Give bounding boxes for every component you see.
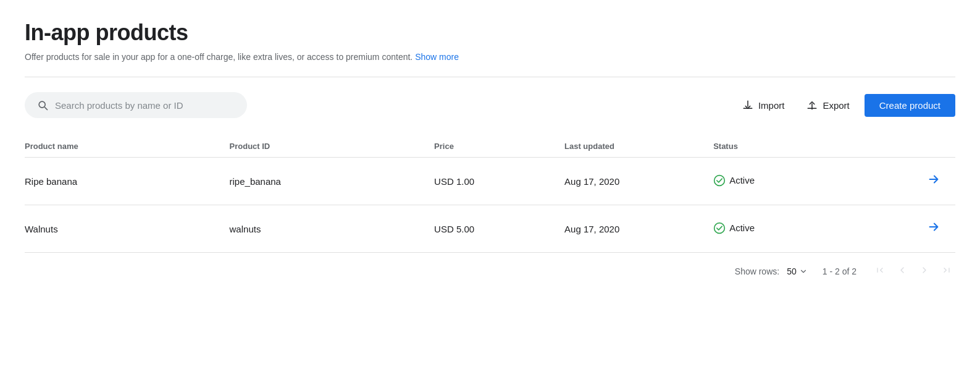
next-page-button[interactable] (916, 263, 933, 279)
product-name: Ripe banana (25, 158, 230, 205)
product-updated: Aug 17, 2020 (564, 205, 713, 253)
product-status: Active (713, 158, 881, 205)
search-box[interactable] (25, 92, 247, 118)
col-header-status: Status (713, 135, 881, 158)
col-header-price: Price (434, 135, 564, 158)
rows-per-page-select[interactable]: 50 (787, 266, 808, 276)
page-subtitle: Offer products for sale in your app for … (25, 52, 955, 62)
product-name: Walnuts (25, 205, 230, 253)
first-page-button[interactable] (871, 263, 889, 279)
col-header-updated: Last updated (564, 135, 713, 158)
chevron-right-icon (919, 265, 929, 275)
page-container: In-app products Offer products for sale … (0, 0, 980, 294)
prev-page-button[interactable] (894, 263, 911, 279)
products-table: Product name Product ID Price Last updat… (25, 135, 955, 253)
search-icon (36, 99, 49, 111)
product-status: Active (713, 205, 881, 253)
export-button[interactable]: Export (799, 95, 856, 116)
product-updated: Aug 17, 2020 (564, 158, 713, 205)
arrow-right-icon (927, 172, 940, 186)
product-price: USD 5.00 (434, 205, 564, 253)
product-id: ripe_banana (230, 158, 435, 205)
import-button[interactable]: Import (735, 95, 792, 116)
row-detail-button[interactable] (922, 218, 945, 240)
table-row: Ripe banana ripe_banana USD 1.00 Aug 17,… (25, 158, 955, 205)
page-title: In-app products (25, 20, 955, 46)
show-more-link[interactable]: Show more (415, 52, 459, 62)
table-row: Walnuts walnuts USD 5.00 Aug 17, 2020 Ac… (25, 205, 955, 253)
first-page-icon (875, 265, 885, 275)
arrow-right-icon (927, 220, 940, 234)
chevron-left-icon (897, 265, 907, 275)
svg-point-1 (714, 223, 725, 233)
active-status-icon (713, 222, 726, 234)
last-page-button[interactable] (938, 263, 955, 279)
chevron-down-icon (799, 267, 808, 276)
active-status-icon (713, 174, 726, 187)
col-header-id: Product ID (230, 135, 435, 158)
rows-label: Show rows: (735, 266, 779, 276)
product-price: USD 1.00 (434, 158, 564, 205)
toolbar: Import Export Create product (25, 92, 955, 118)
create-product-button[interactable]: Create product (865, 94, 955, 117)
col-header-name: Product name (25, 135, 230, 158)
row-detail-button[interactable] (922, 170, 945, 192)
last-page-icon (942, 265, 952, 275)
pagination-bar: Show rows: 50 1 - 2 of 2 (25, 253, 955, 279)
search-input[interactable] (55, 100, 235, 111)
svg-point-0 (714, 175, 725, 185)
product-id: walnuts (230, 205, 435, 253)
header-divider (25, 77, 955, 77)
export-icon (806, 100, 818, 111)
page-info: 1 - 2 of 2 (823, 266, 856, 276)
table-header-row: Product name Product ID Price Last updat… (25, 135, 955, 158)
import-icon (742, 100, 753, 111)
